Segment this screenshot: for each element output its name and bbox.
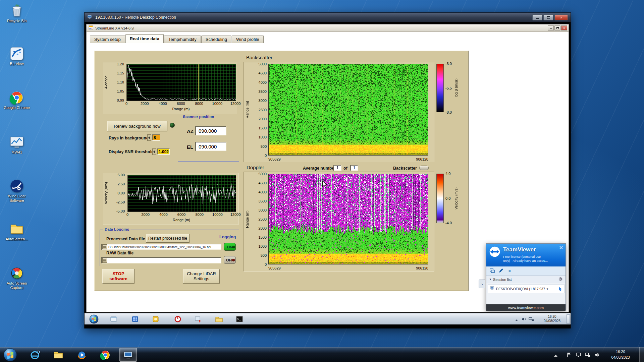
tab-temp-humidity[interactable]: Temp/humidity: [164, 36, 201, 43]
taskbar-file-explorer-button[interactable]: [50, 348, 67, 362]
command-prompt-icon[interactable]: [235, 315, 244, 323]
rays-spinner[interactable]: [147, 134, 151, 141]
rdp-titlebar[interactable]: 192.168.0.150 - Remote Desktop Connectio…: [85, 13, 571, 22]
recycle-bin-icon: [9, 3, 24, 18]
average-of-field[interactable]: 1: [350, 165, 358, 171]
hidden-icons-arrow[interactable]: [554, 353, 557, 357]
streamline-minimize-button[interactable]: [548, 25, 554, 31]
desktop-icon-wind-lidar[interactable]: Wind Lidar Software: [3, 179, 31, 203]
stop-software-button[interactable]: STOP software: [102, 269, 135, 284]
change-lidar-settings-button[interactable]: Change LiDAR Settings: [183, 269, 220, 284]
remote-show-desktop-button[interactable]: [567, 314, 570, 324]
teamviewer-close-icon[interactable]: ✕: [559, 245, 563, 251]
teamviewer-title: TeamViewer: [503, 246, 536, 253]
tick-label: 12000: [230, 213, 241, 217]
remote-start-button[interactable]: [89, 314, 99, 324]
streamline-maximize-button[interactable]: [554, 25, 560, 31]
yellow-app-icon[interactable]: [152, 315, 160, 323]
taskbar-media-player-button[interactable]: [73, 348, 91, 362]
backscatter-toggle[interactable]: [419, 166, 429, 170]
renew-background-led[interactable]: [170, 123, 175, 128]
rdp-window-title: 192.168.0.150 - Remote Desktop Connectio…: [95, 15, 176, 20]
power-icon[interactable]: [174, 315, 182, 323]
desktop-icon-label: Google Chrome: [3, 106, 31, 110]
tab-scheduling[interactable]: Scheduling: [201, 36, 231, 43]
teamviewer-footer[interactable]: www.teamviewer.com: [486, 304, 566, 311]
tick-label: 905629: [268, 157, 281, 161]
remote-session-icon[interactable]: [489, 268, 495, 274]
velocity-plot[interactable]: [127, 175, 236, 212]
desktop-icon-bl-view[interactable]: BL-View: [3, 46, 31, 66]
tab-system-setup[interactable]: System setup: [90, 36, 125, 43]
action-center-icon[interactable]: [566, 352, 572, 358]
path-browse-icon[interactable]: [102, 258, 107, 263]
el-label: EL: [187, 144, 193, 150]
path-browse-icon[interactable]: [102, 244, 107, 249]
backscatter-heatmap[interactable]: [268, 64, 428, 156]
volume-icon[interactable]: [594, 352, 600, 358]
desktop-icon-label: AutoScreen...: [3, 237, 31, 241]
start-button[interactable]: [3, 348, 17, 362]
remote-network-icon[interactable]: [529, 316, 534, 322]
rdp-maximize-button[interactable]: [543, 14, 553, 20]
az-label: AZ: [187, 128, 194, 134]
taskbar-clock[interactable]: 16:20 04/08/2023: [606, 349, 635, 360]
doppler-heatmap[interactable]: [268, 174, 428, 264]
rdp-close-button[interactable]: ×: [554, 14, 568, 20]
az-field[interactable]: 090.000: [195, 126, 226, 135]
desktop-icon-auto-screen-capture[interactable]: Auto Screen Capture: [3, 266, 31, 290]
ascope-plot-group: A-scope 1.201.151.101.050.99 02000400060…: [103, 62, 237, 114]
taskbar-internet-explorer-button[interactable]: [26, 348, 44, 362]
remote-hidden-icons-arrow[interactable]: [515, 318, 518, 321]
chevron-down-icon[interactable]: ▼: [546, 288, 549, 291]
average-number-field[interactable]: 1: [333, 165, 341, 171]
raw-logging-off-button[interactable]: OFF: [224, 256, 236, 264]
desktop-icon-google-chrome[interactable]: Google Chrome: [3, 90, 31, 110]
teamviewer-panel: TeamViewer ✕ Free license (personal use …: [486, 243, 566, 310]
show-desktop-button[interactable]: [639, 347, 644, 362]
desktop-icon-mw41[interactable]: MW41: [3, 135, 31, 155]
display-icon[interactable]: [576, 352, 582, 358]
teamviewer-collapse-tab[interactable]: ›: [479, 280, 485, 288]
collapse-icon[interactable]: «: [506, 268, 513, 274]
tick-label: 4000: [259, 190, 267, 194]
session-entry-row[interactable]: DESKTOP-OE0QDVI (1 817 937 ▼: [488, 285, 565, 293]
el-field[interactable]: 090.000: [195, 142, 226, 151]
remote-volume-icon[interactable]: [521, 316, 527, 322]
rays-in-background-field[interactable]: 8: [152, 134, 160, 141]
teamviewer-website-link[interactable]: www.teamviewer.com: [508, 306, 544, 310]
tick-label: 0: [265, 263, 267, 266]
rdp-minimize-button[interactable]: [532, 14, 542, 20]
snr-spinner[interactable]: [152, 148, 156, 155]
teamviewer-session-list-row[interactable]: ▼ Session list: [486, 276, 566, 283]
desktop-icon-label: Recycle Bin: [3, 19, 31, 23]
network-icon[interactable]: [585, 352, 591, 358]
screen-capture-icon[interactable]: [194, 315, 203, 323]
remote-desktop-icon[interactable]: [131, 315, 140, 323]
streamline-titlebar[interactable]: StreamLine XR v14-6.vi ×: [87, 24, 569, 32]
gear-icon[interactable]: [558, 277, 563, 282]
taskbar-remote-desktop-button[interactable]: [119, 348, 137, 362]
restart-processed-file-button[interactable]: Restart processed file: [146, 234, 190, 243]
bl-view-icon: [9, 46, 24, 61]
teamviewer-license-line1: Free license (personal use: [503, 255, 541, 259]
remote-clock[interactable]: 16:20 04/08/2023: [541, 314, 563, 323]
desktop-icon-recycle-bin[interactable]: Recycle Bin: [3, 3, 31, 23]
ascope-plot[interactable]: [126, 64, 236, 101]
whiteboard-icon[interactable]: [498, 268, 504, 274]
desktop-icon-autoscreen[interactable]: AutoScreen...: [3, 222, 31, 241]
raw-path-field[interactable]: [101, 257, 221, 263]
backscatter-toggle-label: Backscatter: [393, 166, 417, 171]
app-window-icon[interactable]: [110, 315, 118, 323]
backscatter-colorbar-ticks: -3.0-5.5-8.0: [445, 64, 455, 112]
folder-icon[interactable]: [215, 315, 224, 323]
streamline-close-button[interactable]: ×: [561, 25, 567, 31]
renew-background-button[interactable]: Renew background now: [107, 121, 167, 131]
tab-wind-profile[interactable]: Wind profile: [232, 36, 264, 43]
processed-logging-on-button[interactable]: ON: [224, 243, 236, 251]
processed-path-field[interactable]: C:\Lidar\Data\Proc\2023\202308\20230804\…: [101, 244, 221, 250]
taskbar-chrome-button[interactable]: [97, 348, 114, 362]
snr-threshold-field[interactable]: 1.002: [157, 148, 170, 155]
teamviewer-header: TeamViewer ✕ Free license (personal use …: [486, 244, 566, 266]
tab-real-time-data[interactable]: Real time data: [125, 34, 164, 43]
